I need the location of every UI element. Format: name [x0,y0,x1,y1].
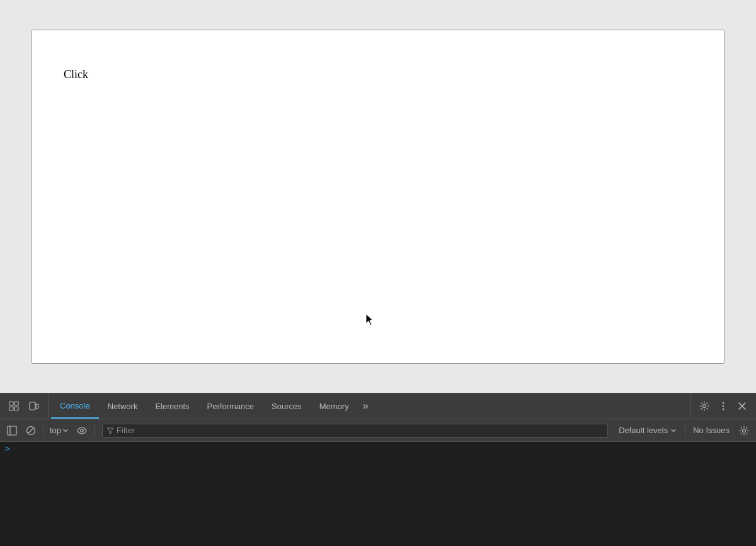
tab-sources[interactable]: Sources [263,393,311,419]
inspect-element-button[interactable] [5,397,23,415]
inspect-icon [9,401,19,411]
tab-console[interactable]: Console [51,393,99,419]
filter-input[interactable] [117,426,604,435]
svg-rect-2 [14,402,18,405]
page-frame: Click [32,30,724,364]
tab-memory[interactable]: Memory [311,393,358,419]
eye-icon [77,426,87,436]
svg-point-8 [723,405,724,407]
svg-point-15 [743,429,746,432]
filter-icon [106,427,114,434]
device-icon [29,401,39,411]
devtools-right-icons [690,393,756,419]
no-issues-button[interactable]: No Issues [689,424,733,436]
more-options-button[interactable] [714,397,732,415]
svg-point-7 [723,402,724,404]
tab-network[interactable]: Network [99,393,147,419]
console-secondary-toolbar: top Default levels [0,419,756,442]
filter-container [102,424,608,438]
console-prompt-line[interactable]: > [5,444,751,454]
issues-settings-button[interactable] [736,422,752,439]
svg-rect-4 [30,402,35,410]
prompt-chevron: > [5,444,10,454]
browser-viewport: Click [0,0,756,393]
tab-performance[interactable]: Performance [198,393,263,419]
console-content: > [0,442,756,546]
close-icon [737,401,747,411]
clear-icon [26,426,36,436]
levels-chevron-icon [670,427,677,434]
toolbar-separator-2 [94,424,94,437]
svg-rect-10 [8,426,16,435]
devtools-tabs: Console Network Elements Performance Sou… [49,393,690,419]
chevron-down-icon [62,427,69,434]
devtools-toolbar: Console Network Elements Performance Sou… [0,393,756,419]
clear-console-button[interactable] [23,422,39,439]
toolbar-separator-1 [43,424,43,437]
devtools-left-icons [0,393,49,419]
page-click-text: Click [64,68,88,81]
device-toolbar-button[interactable] [25,397,43,415]
toolbar-separator-3 [685,424,685,437]
svg-rect-1 [9,407,13,410]
sidebar-toggle-button[interactable] [4,422,20,439]
svg-rect-5 [36,404,38,409]
settings-button[interactable] [696,397,713,415]
issues-gear-icon [739,426,749,436]
svg-point-6 [703,405,706,408]
more-options-icon [718,401,728,411]
tab-elements[interactable]: Elements [146,393,198,419]
top-context-selector[interactable]: top [47,426,71,435]
eye-button[interactable] [74,422,90,439]
default-levels-button[interactable]: Default levels [614,424,681,437]
devtools-panel: Console Network Elements Performance Sou… [0,393,756,546]
svg-line-13 [29,428,33,433]
svg-rect-0 [9,402,13,405]
svg-point-9 [723,409,724,410]
gear-icon [699,401,709,411]
sidebar-icon [7,426,17,436]
svg-point-14 [81,429,83,431]
close-devtools-button[interactable] [733,397,751,415]
svg-rect-3 [14,407,18,410]
more-tabs-button[interactable]: » [358,400,374,412]
